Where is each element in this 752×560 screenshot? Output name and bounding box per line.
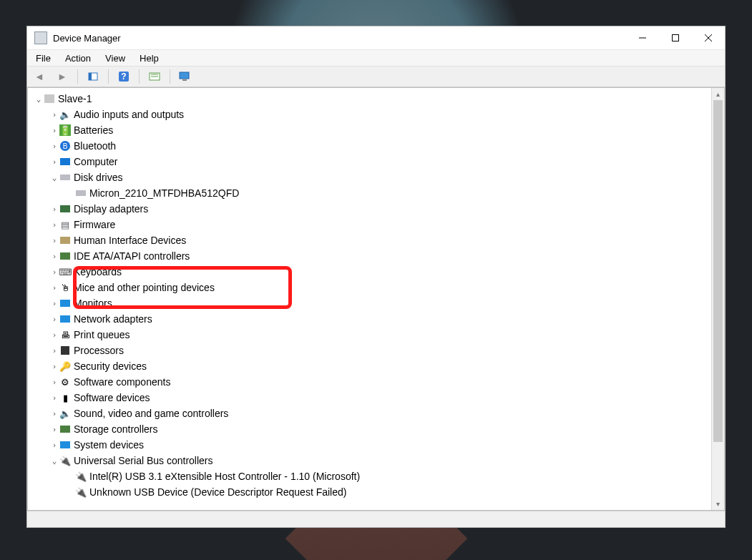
tree-item-mice[interactable]: › 🖱 Mice and other pointing devices [31,280,711,295]
expand-icon[interactable]: › [49,110,59,119]
tree-item-disk-micron[interactable]: Micron_2210_MTFDHBA512QFD [31,185,711,201]
menu-action[interactable]: Action [58,51,98,65]
tree-item-computer[interactable]: › Computer [31,154,711,170]
menu-view[interactable]: View [98,51,132,65]
back-button[interactable]: ◄ [30,68,49,85]
expand-icon[interactable]: › [49,409,59,418]
audio-icon: 🔈 [59,109,71,120]
titlebar[interactable]: Device Manager [27,26,725,49]
tree-item-hid[interactable]: › Human Interface Devices [31,232,711,248]
expand-icon[interactable]: › [49,283,59,293]
expand-icon[interactable]: › [49,330,59,340]
tree-item-label: System devices [74,439,144,451]
monitor-icon [59,298,71,309]
view-options-button[interactable] [84,68,102,85]
tree-item-security[interactable]: › 🔑 Security devices [31,358,711,374]
menu-help[interactable]: Help [132,51,166,65]
tree-item-label: Micron_2210_MTFDHBA512QFD [89,187,239,199]
tree-root[interactable]: ⌄ Slave-1 [31,91,711,107]
window-title: Device Manager [53,33,626,44]
bluetooth-icon: B [59,140,71,152]
scroll-down-icon[interactable]: ▾ [712,498,724,510]
tree-item-usb-intel[interactable]: 🔌 Intel(R) USB 3.1 eXtensible Host Contr… [31,468,711,484]
expand-icon[interactable]: › [49,315,59,324]
expand-icon[interactable]: › [49,362,59,371]
svg-rect-10 [182,79,187,81]
monitor-icon [179,72,192,82]
tree-item-display[interactable]: › Display adapters [31,201,711,217]
expand-icon[interactable]: › [49,126,59,135]
expand-icon[interactable]: › [49,205,59,214]
svg-rect-1 [673,35,679,41]
close-button[interactable] [692,26,725,49]
properties-button[interactable] [176,68,195,85]
hid-icon [59,235,71,246]
expand-icon[interactable]: › [49,393,59,403]
tree-item-disk-drives[interactable]: ⌄ Disk drives [31,170,711,185]
toolbar-separator [108,69,109,84]
tree-item-bluetooth[interactable]: › B Bluetooth [31,138,711,154]
menubar: File Action View Help [27,49,725,67]
expand-icon[interactable]: › [49,236,59,245]
tree-item-system[interactable]: › System devices [31,437,711,453]
expand-icon[interactable]: › [49,252,59,261]
forward-button[interactable]: ► [53,68,72,85]
expand-icon[interactable]: › [49,299,59,308]
tree-item-print[interactable]: › 🖶 Print queues [31,327,711,343]
tree-item-label: Universal Serial Bus controllers [74,455,213,466]
tree-item-audio[interactable]: › 🔈 Audio inputs and outputs [31,107,711,122]
tree-item-ide[interactable]: › IDE ATA/ATAPI controllers [31,248,711,264]
scan-button[interactable] [145,68,164,85]
scroll-up-icon[interactable]: ▴ [712,88,724,100]
tree-item-label: Bluetooth [74,140,116,152]
expand-icon[interactable]: › [49,441,59,450]
usb-icon: 🔌 [59,455,71,466]
tree-item-label: Human Interface Devices [74,235,186,246]
expand-icon[interactable]: › [49,142,59,151]
tree-item-label: Disk drives [74,172,122,183]
disk-drive-icon [59,172,71,183]
expand-icon[interactable]: › [49,157,59,167]
maximize-button[interactable] [659,26,692,49]
tree-item-swdev[interactable]: › ▮ Software devices [31,390,711,406]
expand-icon[interactable]: › [49,378,59,387]
scrollbar-thumb[interactable] [713,100,723,442]
tree-item-sound[interactable]: › 🔈 Sound, video and game controllers [31,406,711,421]
tree-item-storage[interactable]: › Storage controllers [31,421,711,437]
tree-item-processors[interactable]: › Processors [31,343,711,358]
expand-icon[interactable]: › [49,425,59,434]
device-tree[interactable]: ⌄ Slave-1 › 🔈 Audio inputs and outputs ›… [28,88,711,510]
arrow-left-icon: ◄ [34,71,44,82]
menu-file[interactable]: File [29,51,58,65]
tree-item-label: Audio inputs and outputs [74,109,184,120]
tree-item-batteries[interactable]: › 🔋 Batteries [31,122,711,138]
tree-item-label: Monitors [74,298,112,309]
tree-item-usb[interactable]: ⌄ 🔌 Universal Serial Bus controllers [31,453,711,468]
tree-item-keyboards[interactable]: › ⌨ Keyboards [31,264,711,280]
toolbar-separator [139,69,140,84]
help-icon: ? [118,71,130,82]
software-devices-icon: ▮ [59,392,71,403]
tree-item-label: Print queues [74,329,130,340]
tree-item-firmware[interactable]: › ▤ Firmware [31,217,711,232]
expand-icon[interactable]: › [49,346,59,355]
collapse-icon[interactable]: ⌄ [49,173,59,182]
scrollbar-track[interactable] [713,100,723,498]
expand-icon[interactable]: › [49,220,59,230]
tree-item-label: Sound, video and game controllers [74,408,228,419]
tree-item-label: Software devices [74,392,150,403]
refresh-icon [149,71,160,82]
vertical-scrollbar[interactable]: ▴ ▾ [711,88,724,510]
collapse-icon[interactable]: ⌄ [49,456,59,466]
help-button[interactable]: ? [114,68,133,85]
tree-item-monitors[interactable]: › Monitors [31,295,711,311]
toolbar-separator [77,69,78,84]
tree-item-label: Software components [74,376,170,388]
minimize-button[interactable] [626,26,659,49]
tree-item-network[interactable]: › Network adapters [31,311,711,327]
tree-item-swcomp[interactable]: › ⚙ Software components [31,374,711,390]
tree-item-usb-unknown[interactable]: 🔌 Unknown USB Device (Device Descriptor … [31,484,711,500]
collapse-icon[interactable]: ⌄ [34,94,44,104]
statusbar [27,511,725,527]
display-adapter-icon [59,203,71,215]
